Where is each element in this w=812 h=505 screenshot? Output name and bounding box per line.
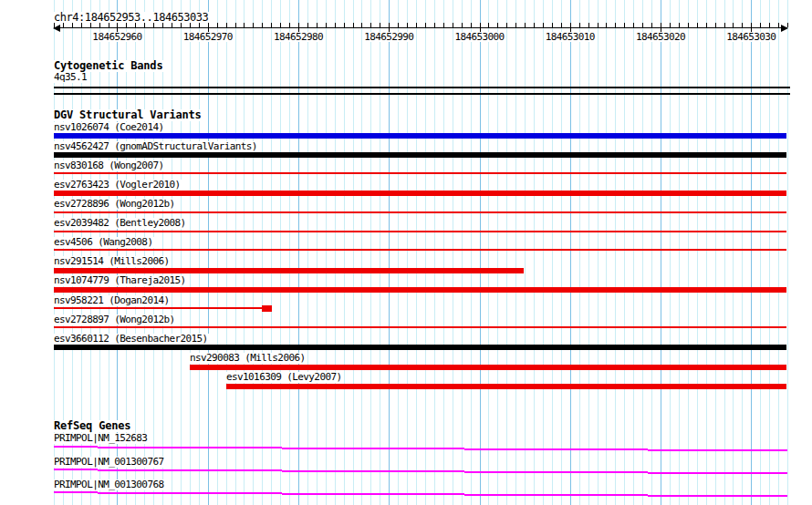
variant-label-nsv290083[interactable]: nsv290083 (Mills2006) bbox=[190, 353, 307, 364]
variant-label-esv2039482[interactable]: esv2039482 (Bentley2008) bbox=[54, 218, 188, 229]
gridline bbox=[760, 0, 761, 505]
variant-label-esv2763423[interactable]: esv2763423 (Vogler2010) bbox=[54, 180, 182, 191]
gridline bbox=[280, 0, 281, 505]
gene-line-segment-NM_001300767[interactable] bbox=[190, 469, 282, 471]
gene-line-segment-NM_152683[interactable] bbox=[190, 447, 282, 448]
gridline bbox=[488, 0, 489, 505]
gene-line-segment-NM_152683[interactable] bbox=[464, 448, 556, 450]
variant-bar-esv2039482[interactable] bbox=[54, 231, 786, 232]
gridline bbox=[679, 0, 680, 505]
ruler-minor-tick bbox=[561, 23, 562, 27]
gridline bbox=[561, 0, 562, 505]
gridline bbox=[453, 0, 453, 505]
gene-line-segment-NM_152683[interactable] bbox=[740, 449, 787, 451]
variant-bar-nsv4562427[interactable] bbox=[54, 152, 786, 158]
gene-line-segment-NM_001300768[interactable] bbox=[648, 495, 740, 497]
ruler-minor-tick bbox=[552, 23, 553, 27]
gene-line-segment-NM_001300768[interactable] bbox=[190, 492, 282, 494]
gridline bbox=[217, 0, 218, 505]
variant-label-esv2728896[interactable]: esv2728896 (Wong2012b) bbox=[54, 199, 177, 210]
ruler-minor-tick bbox=[543, 23, 544, 27]
variant-label-esv2728897[interactable]: esv2728897 (Wong2012b) bbox=[54, 314, 177, 325]
variant-box-nsv958221[interactable] bbox=[262, 305, 272, 312]
ruler-minor-tick bbox=[407, 23, 408, 27]
gridline bbox=[778, 0, 779, 505]
variant-bar-esv3660112[interactable] bbox=[54, 345, 786, 350]
gene-label-NM_001300767[interactable]: PRIMPOL|NM_001300767 bbox=[54, 457, 165, 468]
gene-line-segment-NM_001300768[interactable] bbox=[98, 492, 190, 494]
gene-line-segment-NM_001300767[interactable] bbox=[556, 471, 648, 473]
variant-label-nsv4562427[interactable]: nsv4562427 (gnomADStructuralVariants) bbox=[54, 141, 259, 152]
variant-label-esv3660112[interactable]: esv3660112 (Besenbacher2015) bbox=[54, 334, 210, 345]
variant-label-nsv958221[interactable]: nsv958221 (Dogan2014) bbox=[54, 295, 171, 306]
gene-line-segment-NM_001300767[interactable] bbox=[54, 469, 98, 470]
gridline bbox=[642, 0, 643, 505]
ruler-minor-tick bbox=[90, 23, 91, 27]
gene-line-segment-NM_001300767[interactable] bbox=[98, 469, 190, 471]
variant-label-nsv291514[interactable]: nsv291514 (Mills2006) bbox=[54, 256, 171, 267]
gene-line-segment-NM_001300768[interactable] bbox=[556, 494, 648, 496]
ruler-minor-tick bbox=[253, 23, 254, 27]
gridline bbox=[326, 0, 327, 505]
gene-line-segment-NM_001300767[interactable] bbox=[740, 472, 787, 474]
cytoband-ideogram bbox=[54, 87, 790, 95]
variant-bar-nsv830168[interactable] bbox=[54, 172, 786, 174]
ruler-minor-tick bbox=[425, 23, 426, 27]
variant-bar-nsv1026074[interactable] bbox=[54, 133, 786, 139]
gene-line-segment-NM_001300767[interactable] bbox=[464, 471, 556, 473]
gene-line-segment-NM_001300768[interactable] bbox=[740, 495, 787, 497]
gene-line-segment-NM_152683[interactable] bbox=[556, 448, 648, 450]
variant-bar-esv2763423[interactable] bbox=[54, 191, 786, 196]
gene-line-segment-NM_001300767[interactable] bbox=[648, 472, 740, 474]
variant-bar-esv2728897[interactable] bbox=[54, 326, 786, 328]
variant-bar-esv2728896[interactable] bbox=[54, 211, 786, 213]
gene-line-segment-NM_001300768[interactable] bbox=[54, 491, 98, 493]
gridline bbox=[425, 0, 426, 505]
variant-bar-nsv291514[interactable] bbox=[54, 268, 524, 273]
gene-line-segment-NM_152683[interactable] bbox=[54, 446, 98, 448]
variant-label-esv4506[interactable]: esv4506 (Wang2008) bbox=[54, 237, 154, 248]
gene-label-NM_152683[interactable]: PRIMPOL|NM_152683 bbox=[54, 433, 149, 444]
ruler-minor-tick bbox=[326, 23, 327, 27]
variant-label-nsv830168[interactable]: nsv830168 (Wong2007) bbox=[54, 160, 165, 171]
ruler-minor-tick bbox=[615, 23, 616, 27]
ruler-minor-tick bbox=[724, 23, 725, 27]
ruler-minor-tick bbox=[99, 23, 100, 27]
ruler-minor-tick bbox=[497, 23, 498, 27]
ruler-minor-tick bbox=[317, 23, 318, 27]
gene-line-segment-NM_001300768[interactable] bbox=[464, 494, 556, 496]
gridline bbox=[670, 0, 671, 505]
gene-line-segment-NM_001300768[interactable] bbox=[373, 493, 464, 495]
gene-line-segment-NM_152683[interactable] bbox=[648, 449, 740, 451]
gridline bbox=[651, 0, 652, 505]
variant-bar-nsv290083[interactable] bbox=[190, 365, 786, 370]
gridline bbox=[244, 0, 245, 505]
variant-label-nsv1026074[interactable]: nsv1026074 (Coe2014) bbox=[54, 122, 165, 133]
region-title: chr4:184652953..184653033 bbox=[54, 12, 210, 24]
gridline bbox=[515, 0, 516, 505]
gene-line-segment-NM_001300767[interactable] bbox=[282, 470, 373, 472]
variant-label-esv1016309[interactable]: esv1016309 (Levy2007) bbox=[226, 372, 343, 383]
gene-line-segment-NM_152683[interactable] bbox=[373, 448, 464, 449]
gene-line-segment-NM_001300768[interactable] bbox=[282, 493, 373, 495]
variant-bar-nsv958221[interactable] bbox=[54, 307, 262, 309]
gridline bbox=[506, 0, 507, 505]
gridline bbox=[144, 0, 145, 505]
gene-line-segment-NM_001300767[interactable] bbox=[373, 470, 464, 472]
variant-bar-nsv1074779[interactable] bbox=[54, 287, 786, 293]
gene-label-NM_001300768[interactable]: PRIMPOL|NM_001300768 bbox=[54, 479, 165, 490]
gridline bbox=[579, 0, 580, 505]
gridline bbox=[226, 0, 227, 505]
variant-label-nsv1074779[interactable]: nsv1074779 (Thareja2015) bbox=[54, 275, 188, 286]
ruler-minor-tick bbox=[787, 23, 788, 27]
variant-bar-esv4506[interactable] bbox=[54, 249, 786, 251]
gridline bbox=[787, 0, 788, 505]
section-dgv-title: DGV Structural Variants bbox=[54, 109, 203, 121]
gridline bbox=[606, 0, 607, 505]
gridline bbox=[661, 0, 661, 505]
gridline bbox=[697, 0, 698, 505]
gene-line-segment-NM_152683[interactable] bbox=[98, 447, 190, 448]
variant-bar-esv1016309[interactable] bbox=[226, 384, 786, 389]
ruler-minor-tick bbox=[72, 23, 73, 27]
gene-line-segment-NM_152683[interactable] bbox=[282, 448, 373, 449]
